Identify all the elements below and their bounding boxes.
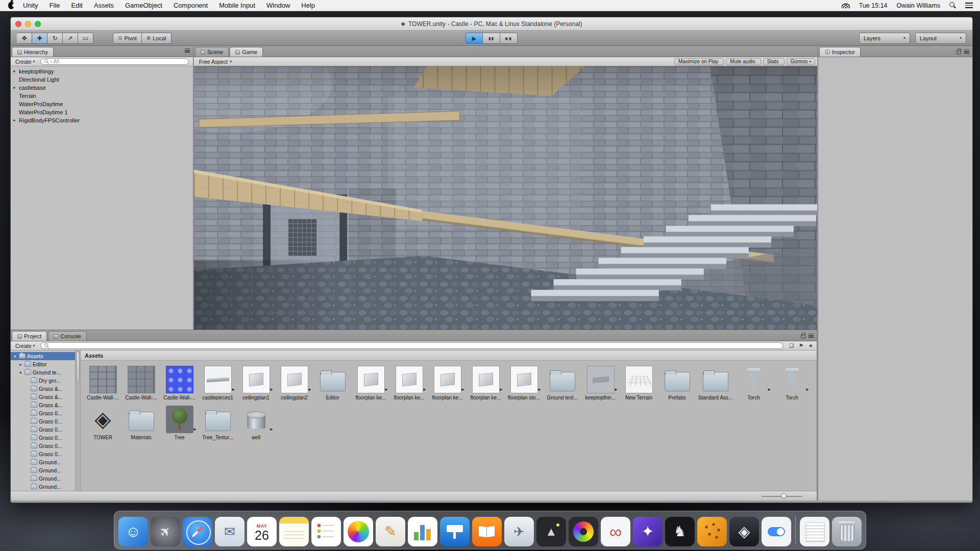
project-tree-item[interactable]: Grass &... <box>11 393 75 401</box>
asset-item[interactable]: New Terrain <box>620 366 658 400</box>
asset-expand-icon[interactable]: ► <box>270 427 274 432</box>
project-tree-item[interactable]: Grass &... <box>11 385 75 393</box>
local-button[interactable]: ⊕ Local <box>142 33 172 44</box>
transform-tool-button[interactable]: ↗ <box>63 33 78 44</box>
tree-scrollbar[interactable] <box>75 350 81 491</box>
pivot-button[interactable]: ⊙ Pivot <box>113 33 142 44</box>
dock-icon[interactable]: ♞ <box>665 517 695 546</box>
pause-button[interactable]: ▮▮ <box>483 33 500 44</box>
asset-expand-icon[interactable]: ► <box>614 387 618 392</box>
project-tree-item[interactable]: Ground... <box>11 458 75 466</box>
game-toolbar-button[interactable]: Maximize on Play <box>674 58 724 65</box>
dock-icon[interactable] <box>279 517 309 546</box>
menu-item[interactable]: Window <box>261 0 296 11</box>
dock-icon[interactable] <box>795 516 796 544</box>
menu-item[interactable]: Edit <box>66 0 88 11</box>
layers-dropdown[interactable]: Layers▾ <box>859 33 910 44</box>
asset-item[interactable]: ► castlepieces1 <box>199 366 237 400</box>
panel-menu-icon[interactable] <box>185 48 190 53</box>
game-toolbar-button[interactable]: Stats <box>763 58 785 65</box>
window-titlebar[interactable]: ◈ TOWER.unity - Castle - PC, Mac & Linux… <box>11 17 972 31</box>
tab-scene[interactable]: Scene <box>195 47 229 57</box>
menu-item[interactable]: File <box>44 0 66 11</box>
asset-item[interactable]: Ground text... <box>543 366 581 400</box>
layout-dropdown[interactable]: Layout▾ <box>915 33 966 44</box>
panel-menu-icon[interactable] <box>964 49 969 54</box>
asset-expand-icon[interactable]: ► <box>499 387 503 392</box>
dock-icon[interactable]: ✈ <box>504 517 534 546</box>
game-viewport[interactable] <box>194 66 817 330</box>
project-tree-item[interactable]: Grass 0... <box>11 434 75 442</box>
dock-icon[interactable] <box>311 517 341 546</box>
project-tree-item[interactable]: Ground... <box>11 483 75 491</box>
asset-expand-icon[interactable]: ► <box>308 387 312 392</box>
expand-arrow-icon[interactable]: ► <box>13 86 17 89</box>
dock-icon[interactable] <box>440 517 470 546</box>
hierarchy-item[interactable]: ► RigidBodyFPSController <box>11 116 193 124</box>
scrollbar-thumb[interactable] <box>76 352 80 384</box>
asset-item[interactable]: Tree_Textur... <box>199 406 237 440</box>
asset-item[interactable]: ► ceilingplan2 <box>275 366 313 400</box>
menubar-clock[interactable]: Tue 15:14 <box>859 2 888 9</box>
asset-expand-icon[interactable]: ► <box>537 387 542 392</box>
hierarchy-item[interactable]: ► castlebase <box>11 84 193 92</box>
asset-item[interactable]: ► floorplan sto... <box>505 366 543 400</box>
dock-icon[interactable]: ✎ <box>376 517 405 546</box>
asset-item[interactable]: ► Tree <box>160 406 199 440</box>
asset-expand-icon[interactable]: ► <box>193 427 197 432</box>
menubar-user[interactable]: Owain Williams <box>897 2 940 9</box>
project-tree-item[interactable]: ▼ Ground te... <box>11 368 75 377</box>
asset-item[interactable]: TOWER <box>84 406 122 440</box>
tab-game[interactable]: Game <box>230 47 263 57</box>
menu-item[interactable]: Assets <box>88 0 119 11</box>
dock-icon[interactable] <box>472 517 502 546</box>
asset-expand-icon[interactable]: ► <box>423 387 427 392</box>
asset-item[interactable]: ► well <box>237 406 275 440</box>
project-tree-item[interactable]: Dry gro... <box>11 377 75 385</box>
asset-item[interactable]: ► Torch <box>773 366 811 400</box>
transform-tool-button[interactable]: ✚ <box>32 33 47 44</box>
asset-item[interactable]: Castle-Wall-... <box>160 366 199 400</box>
asset-item[interactable]: Castle-Wall-... <box>122 366 160 400</box>
dock-icon[interactable] <box>183 517 212 546</box>
expand-arrow-icon[interactable]: ► <box>13 118 17 122</box>
menu-item[interactable]: Mobile Input <box>213 0 261 11</box>
dock-icon[interactable]: ✦ <box>633 517 663 546</box>
asset-item[interactable]: Standard Ass... <box>696 366 734 400</box>
dock-icon[interactable]: ☺ <box>118 517 148 546</box>
project-tree-item[interactable]: Ground... <box>11 466 75 474</box>
project-tree-item[interactable]: Grass 0... <box>11 450 75 458</box>
expand-arrow-icon[interactable]: ► <box>13 69 17 73</box>
asset-expand-icon[interactable]: ► <box>767 387 771 392</box>
dock-icon[interactable] <box>832 517 862 546</box>
asset-item[interactable]: ► ceilingplan1 <box>237 366 275 400</box>
project-tree-item[interactable]: Grass 0... <box>11 417 75 425</box>
dock-icon[interactable] <box>800 517 829 546</box>
hierarchy-item[interactable]: WaterProDaytime 1 <box>11 108 193 116</box>
hierarchy-item[interactable]: WaterProDaytime <box>11 100 193 108</box>
project-tree-item[interactable]: Ground... <box>11 474 75 483</box>
hierarchy-item[interactable]: Directional Light <box>11 76 193 84</box>
asset-item[interactable]: ► floorplan ke... <box>467 366 505 400</box>
step-button[interactable]: ▶▮ <box>500 33 518 44</box>
asset-item[interactable]: Editor <box>313 366 352 400</box>
dock-icon[interactable]: ✈ <box>151 517 180 546</box>
favorites-icon[interactable]: ★ <box>807 343 814 348</box>
tab-hierarchy[interactable]: Hierarchy <box>12 47 54 57</box>
project-tree-item[interactable]: ▼ Assets <box>11 352 75 360</box>
thumbnail-zoom-slider[interactable] <box>762 493 802 499</box>
expand-arrow-icon[interactable]: ► <box>18 363 23 366</box>
game-toolbar-button[interactable]: Gizmos ▾ <box>787 58 815 65</box>
hierarchy-create-button[interactable]: Create▾ <box>13 59 37 65</box>
asset-expand-icon[interactable]: ► <box>270 387 274 392</box>
hierarchy-search[interactable]: ▾ All <box>40 58 189 65</box>
dock-icon[interactable] <box>569 517 598 546</box>
asset-expand-icon[interactable]: ► <box>805 387 810 392</box>
dock-icon[interactable]: ∞ <box>601 517 630 546</box>
tab-inspector[interactable]: ⓘ Inspector <box>819 47 861 57</box>
dock-icon[interactable]: ▲ <box>536 517 566 546</box>
aspect-dropdown[interactable]: Free Aspect▾ <box>196 59 235 65</box>
asset-item[interactable]: ► Torch <box>734 366 773 400</box>
menu-item[interactable]: Unity <box>17 0 44 11</box>
menu-item[interactable]: Component <box>168 0 213 11</box>
